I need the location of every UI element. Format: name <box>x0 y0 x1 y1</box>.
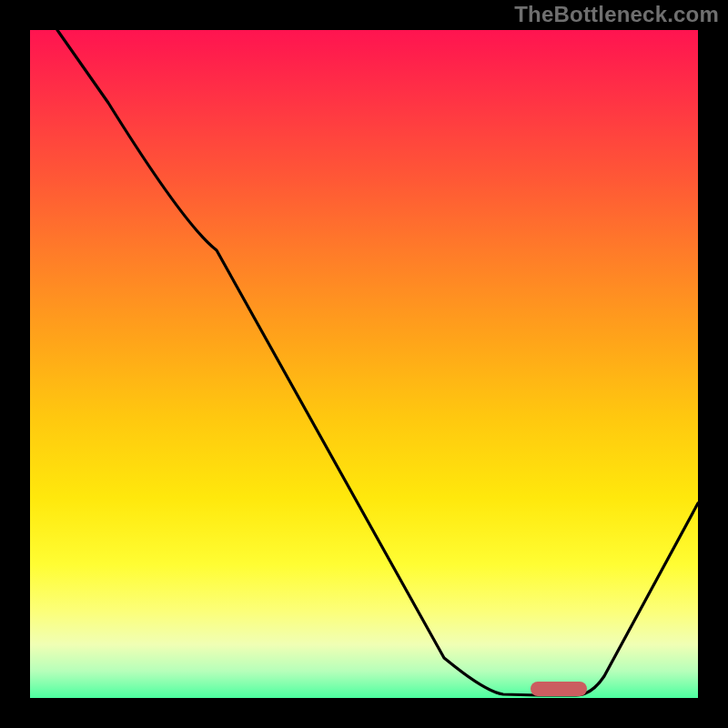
line-curve <box>30 30 698 698</box>
minimum-marker <box>531 682 587 696</box>
chart-container: { "watermark": "TheBottleneck.com", "cha… <box>0 0 728 728</box>
watermark-text: TheBottleneck.com <box>514 2 719 27</box>
plot-area <box>30 30 698 698</box>
